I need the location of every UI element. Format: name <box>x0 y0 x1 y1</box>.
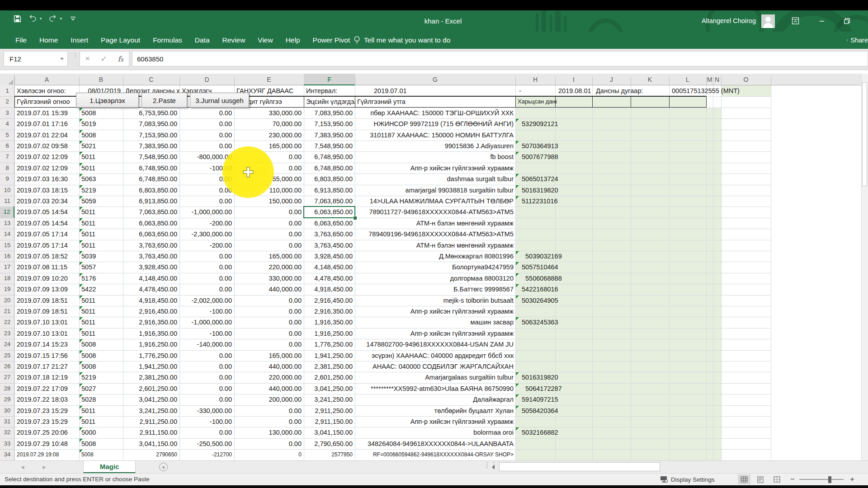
row-header-17[interactable]: 17 <box>0 262 14 272</box>
cell-B22[interactable]: 5011 <box>79 317 123 328</box>
cell-H22[interactable]: 5063245363 <box>515 317 601 328</box>
cell-B19[interactable]: 5422 <box>79 284 123 295</box>
cell-F33[interactable]: 2,790,650.00 <box>304 438 355 449</box>
cell-D25[interactable]: 0.00 <box>179 350 234 361</box>
cell-E5[interactable]: 230,000.00 <box>234 130 304 141</box>
row-header-18[interactable]: 18 <box>0 273 14 284</box>
cell-F3[interactable]: 7,083,950.00 <box>304 108 355 118</box>
cell-E3[interactable]: 330,000.00 <box>234 108 304 118</box>
normal-view-icon[interactable] <box>738 474 750 484</box>
cell-H16[interactable]: 5039032169 <box>515 251 601 262</box>
cell-E30[interactable]: 0.00 <box>234 405 304 416</box>
cell-C26[interactable]: 1,941,250.00 <box>123 361 179 372</box>
cell-D33[interactable]: -250,500.00 <box>179 438 234 449</box>
cell-F2[interactable]: Эцсийн үлдэгдэл <box>304 96 355 107</box>
cell-G32[interactable]: bolormaa oroi <box>355 427 515 438</box>
cell-F5[interactable]: 7,383,950.00 <box>304 130 355 141</box>
cell-B25[interactable]: 5008 <box>79 350 123 361</box>
row-header-31[interactable]: 31 <box>0 416 14 427</box>
cell-B9[interactable]: 5063 <box>79 174 123 184</box>
row-header-14[interactable]: 14 <box>0 229 14 239</box>
cell-B7[interactable]: 5011 <box>79 151 123 162</box>
cell-A14[interactable]: 2019.07.05 17:14 <box>14 229 79 239</box>
cell-A32[interactable]: 2019.07.25 20:06 <box>14 427 79 438</box>
cell-D32[interactable]: 0.00 <box>179 427 234 438</box>
cell-H28[interactable]: 5064172287 <box>515 383 601 394</box>
cell-E20[interactable]: 0.00 <box>234 295 304 306</box>
cell-E24[interactable]: 0.00 <box>234 339 304 350</box>
fill-handle[interactable] <box>353 216 357 220</box>
cell-E32[interactable]: 130,000.00 <box>234 427 304 438</box>
hscroll-splitter[interactable]: ⋮⋮ <box>484 462 497 467</box>
cell-A29[interactable]: 2019.07.22 18:03 <box>14 394 79 405</box>
column-header-N[interactable]: N <box>713 74 721 85</box>
display-settings-button[interactable]: Display Settings <box>660 474 715 485</box>
cell-E28[interactable]: 440,000.00 <box>234 383 304 394</box>
cell-G16[interactable]: Д.Мөнхжаргал 80801996 <box>355 251 515 262</box>
cell-A12[interactable]: 2019.07.05 14:54 <box>14 206 79 217</box>
cell-B3[interactable]: 5008 <box>79 108 123 118</box>
cell-C6[interactable]: 7,383,950.00 <box>123 141 179 151</box>
cell-C32[interactable]: 2,911,150.00 <box>123 427 179 438</box>
cell-C29[interactable]: 3,041,250.00 <box>123 394 179 405</box>
cell-E26[interactable]: 440,000.00 <box>234 361 304 372</box>
cell-E4[interactable]: 70,000.00 <box>234 118 304 129</box>
cell-A3[interactable]: 2019.07.01 15:39 <box>14 108 79 118</box>
cell-G24[interactable]: 1478802700-949618XXXXXX0844-USAN ZAM JU <box>355 339 515 350</box>
cell-A5[interactable]: 2019.07.01 22:04 <box>14 130 79 141</box>
cell-G15[interactable]: АТМ-н бэлэн мөнгөний хураамж <box>355 240 515 251</box>
cell-H1[interactable]: - <box>517 85 544 96</box>
cell-B11[interactable]: 5059 <box>79 196 123 206</box>
column-header-B[interactable]: B <box>79 74 123 85</box>
cell-C24[interactable]: 1,916,250.00 <box>123 339 179 350</box>
cell-A11[interactable]: 2019.07.03 20:34 <box>14 196 79 206</box>
cell-G28[interactable]: *********XX5992-atm630>Ulaa БАЯНА 867509… <box>355 383 515 394</box>
cell-G14[interactable]: 789409196-949618XXXXXX0844-ATM563>ATM5 <box>355 229 515 239</box>
cell-H20[interactable]: 5030264905 <box>515 295 601 306</box>
cell-D19[interactable]: 0.00 <box>179 284 234 295</box>
row-header-9[interactable]: 9 <box>0 174 14 184</box>
zoom-out-icon[interactable]: − <box>790 474 795 485</box>
zoom-slider-handle[interactable] <box>828 476 831 483</box>
row-header-19[interactable]: 19 <box>0 284 14 295</box>
cell-H19[interactable]: 5422168016 <box>515 284 601 295</box>
cell-C11[interactable]: 6,913,850.00 <box>123 196 179 206</box>
cell-F24[interactable]: 1,776,250.00 <box>304 339 355 350</box>
cell-F1[interactable]: Интервал: <box>304 85 355 96</box>
cell-H6[interactable]: 5070364913 <box>515 141 601 151</box>
cell-H27[interactable]: 5016319820 <box>515 372 601 383</box>
row-header-33[interactable]: 33 <box>0 438 14 449</box>
cell-E12[interactable]: 0.00 <box>234 206 304 217</box>
column-header-K[interactable]: K <box>631 74 669 85</box>
row-header-8[interactable]: 8 <box>0 163 14 174</box>
sheet-nav-right-icon[interactable]: ► <box>42 461 47 474</box>
column-header-J[interactable]: J <box>592 74 631 85</box>
column-header-F[interactable]: F <box>304 74 355 85</box>
column-header-H[interactable]: H <box>515 74 555 85</box>
zoom-in-icon[interactable]: + <box>850 474 854 485</box>
cell-G9[interactable]: dashmaa surgalt tulbur <box>355 174 515 184</box>
hscroll-left-icon[interactable] <box>492 465 495 469</box>
sheet-nav-left-icon[interactable]: ◄ <box>20 461 25 474</box>
cell-A15[interactable]: 2019.07.05 17:14 <box>14 240 79 251</box>
cell-E19[interactable]: 440,000.00 <box>234 284 304 295</box>
cell-A30[interactable]: 2019.07.23 15:29 <box>14 405 79 416</box>
row-header-2[interactable]: 2 <box>0 96 14 107</box>
column-header-G[interactable]: G <box>355 74 515 85</box>
cell-H30[interactable]: 5058420364 <box>515 405 601 416</box>
cell-B8[interactable]: 5011 <box>79 163 123 174</box>
cell-G4[interactable]: НЖИНСОР 99972119 (715 ӨГЛӨӨНИЙ АНГИ) <box>355 118 515 129</box>
column-header-I[interactable]: I <box>555 74 592 85</box>
cell-G3[interactable]: пбөр ХААНААС: 150000 ТЭГШ-ОРШИХУЙ ХХК <box>355 108 515 118</box>
row-header-32[interactable]: 32 <box>0 427 14 438</box>
row-header-15[interactable]: 15 <box>0 240 14 251</box>
cell-D21[interactable]: -100.00 <box>179 306 234 317</box>
cell-E16[interactable]: 165,000.00 <box>234 251 304 262</box>
cell-G30[interactable]: төлбөрийн буцаалт Хулан <box>355 405 515 416</box>
cell-C3[interactable]: 6,753,950.00 <box>123 108 179 118</box>
cell-B4[interactable]: 5019 <box>79 118 123 129</box>
cell-E17[interactable]: 220,000.00 <box>234 262 304 272</box>
cell-A7[interactable]: 2019.07.02 12:09 <box>14 151 79 162</box>
cell-A1[interactable]: Хэвлэсэн огноо: <box>14 85 79 96</box>
cell-C8[interactable]: 6,748,950.00 <box>123 163 179 174</box>
